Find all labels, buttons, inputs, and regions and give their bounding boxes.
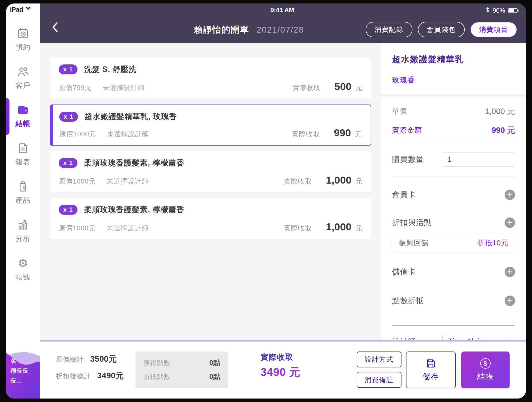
- order-item-card[interactable]: x 1 柔順玫瑰香護髮素, 檸檬薰香 原價1000元 未選擇設計師 實際收取 1…: [50, 151, 371, 193]
- discount-item-value: 折抵10元: [477, 238, 508, 248]
- designer-note: 未選擇設計師: [107, 224, 148, 233]
- store-name-line1: 東區一店名: [10, 346, 40, 366]
- earned-points-label: 獲得點數: [143, 358, 170, 367]
- deducted-points-value: 0點: [209, 372, 220, 381]
- status-time: 9:41 AM: [270, 6, 294, 14]
- device-label: iPad: [10, 6, 23, 13]
- discount-item[interactable]: 振興回饋 折抵10元: [392, 234, 515, 252]
- status-right: 90%: [486, 6, 518, 14]
- charge-unit: 元: [355, 224, 362, 233]
- sidebar-item-label: 預約: [15, 42, 30, 52]
- designer-note: 未選擇設計師: [107, 130, 149, 139]
- charge-unit: 元: [355, 177, 362, 186]
- add-member-card-button[interactable]: [505, 190, 515, 200]
- sidebar-item-analytics[interactable]: 分析: [6, 217, 40, 245]
- save-button[interactable]: 儲存: [406, 352, 456, 388]
- quantity-badge: x 1: [59, 158, 77, 168]
- earned-points-value: 0點: [209, 358, 220, 367]
- sidebar-item-label: 報表: [15, 157, 30, 167]
- product-bottle-icon: [16, 180, 29, 193]
- points-deduct-label: 點數折抵: [392, 296, 424, 306]
- purchase-note-button[interactable]: 消費備註: [357, 372, 401, 388]
- sidebar-item-customers[interactable]: 客戶: [6, 64, 40, 92]
- quantity-input[interactable]: [442, 152, 515, 167]
- order-date: 2021/07/28: [257, 25, 304, 35]
- item-name: 柔順玫瑰香護髮素, 檸檬薰香: [84, 204, 184, 215]
- users-icon: [16, 65, 29, 78]
- store-name-line2: 稱長長長...: [10, 366, 40, 386]
- battery-icon: [508, 8, 518, 13]
- sidebar-item-label: 客戶: [15, 81, 30, 91]
- designer-select[interactable]: Tina, Alvin: [442, 334, 515, 340]
- checkout-button-label: 結帳: [477, 371, 494, 382]
- sidebar-item-products[interactable]: 產品: [6, 179, 40, 207]
- stored-value-card-label: 儲值卡: [392, 267, 416, 277]
- discounted-total-value: 3490元: [97, 370, 124, 381]
- checkout-button[interactable]: $ 結帳: [461, 352, 510, 388]
- order-item-card[interactable]: x 1 洗髮 S, 舒壓洗 原價799元 未選擇設計師 實際收取 500 元: [50, 58, 371, 99]
- quantity-badge: x 1: [59, 112, 78, 122]
- report-icon: [16, 142, 29, 155]
- unit-price-label: 單價: [392, 106, 407, 116]
- add-discount-button[interactable]: [505, 217, 515, 228]
- add-points-deduct-button[interactable]: [505, 296, 515, 306]
- sidebar-nav: 預約 客戶 結帳: [6, 25, 40, 284]
- field-underline: [392, 143, 515, 143]
- order-item-card[interactable]: x 1 柔順玫瑰香護髮素, 檸檬薰香 原價1000元 未選擇設計師 實際收取 1…: [50, 198, 371, 239]
- gear-icon: ⚙: [16, 257, 29, 270]
- sidebar-item-label: 結帳: [15, 119, 30, 129]
- discounted-total-label: 折扣後總計: [56, 372, 91, 381]
- product-variant: 玫瑰香: [392, 75, 515, 85]
- purchase-history-button[interactable]: 消費記錄: [366, 22, 412, 37]
- charge-label: 實際收取: [292, 130, 320, 139]
- sidebar-item-label: 產品: [15, 196, 30, 205]
- save-button-label: 儲存: [423, 371, 439, 382]
- add-stored-value-button[interactable]: [505, 267, 515, 277]
- page-title: 賴靜怡的開單: [194, 24, 249, 36]
- store-wave: 東區一店名 稱長長長...: [6, 349, 40, 399]
- status-device: iPad: [10, 6, 31, 13]
- quantity-badge: x 1: [59, 64, 77, 74]
- designer-note: 未選擇設計師: [107, 177, 148, 186]
- grand-total-amount: 3490 元: [261, 365, 300, 380]
- checkout-footer: 原價總計 3500元 折扣後總計 3490元 獲得點數 0點 折抵點數 0點 實…: [40, 340, 526, 399]
- purchase-items-button[interactable]: 消費項目: [470, 22, 517, 37]
- sidebar: iPad 預約: [6, 3, 40, 399]
- chart-arrow-icon: [16, 218, 29, 231]
- charge-unit: 元: [355, 83, 362, 92]
- sidebar-item-appointments[interactable]: 預約: [6, 25, 40, 54]
- totals-group: 原價總計 3500元 折扣後總計 3490元: [56, 353, 124, 381]
- header: 9:41 AM 90% 賴靜怡的開單 2021/07/28 消費記錄 會員錢包 …: [40, 3, 526, 43]
- save-floppy-icon: [425, 358, 436, 369]
- member-wallet-button[interactable]: 會員錢包: [418, 22, 465, 37]
- wallet-icon: [16, 103, 29, 116]
- quantity-badge: x 1: [59, 205, 77, 215]
- charge-amount: 500: [334, 81, 351, 93]
- discount-item-name: 振興回饋: [399, 238, 429, 248]
- back-button[interactable]: [51, 21, 61, 33]
- wifi-icon: [25, 6, 31, 13]
- page-title-group: 賴靜怡的開單 2021/07/28: [194, 24, 304, 36]
- sidebar-item-account[interactable]: ⚙ 帳號: [6, 255, 40, 284]
- order-item-card-selected[interactable]: x 1 超水嫩護髮精華乳, 玫瑰香 原價1000元 未選擇設計師 實際收取 99…: [50, 104, 371, 146]
- original-price: 原價1000元: [59, 177, 96, 186]
- charge-label: 實際收取: [284, 177, 312, 186]
- original-total-label: 原價總計: [56, 355, 84, 364]
- sidebar-item-reports[interactable]: 報表: [6, 140, 40, 169]
- item-name: 洗髮 S, 舒壓洗: [84, 64, 136, 75]
- panel-divider: [381, 95, 526, 99]
- sidebar-item-checkout[interactable]: 結帳: [6, 102, 40, 130]
- header-buttons: 消費記錄 會員錢包 消費項目: [366, 22, 517, 37]
- member-card-label: 會員卡: [392, 190, 416, 200]
- points-summary-box: 獲得點數 0點 折抵點數 0點: [135, 352, 228, 388]
- status-battery-percent: 90%: [493, 7, 505, 14]
- original-total-value: 3500元: [90, 353, 117, 365]
- original-price: 原價799元: [59, 83, 92, 92]
- deducted-points-label: 折抵點數: [143, 372, 170, 381]
- ipad-screen: iPad 預約: [6, 3, 526, 399]
- grand-total-group: 實際收取 3490 元: [261, 352, 300, 380]
- product-name: 超水嫩護髮精華乳: [392, 54, 515, 65]
- charge-label: 實際收取: [293, 83, 321, 92]
- charge-amount: 990: [334, 127, 351, 139]
- design-method-button[interactable]: 設計方式: [357, 352, 401, 367]
